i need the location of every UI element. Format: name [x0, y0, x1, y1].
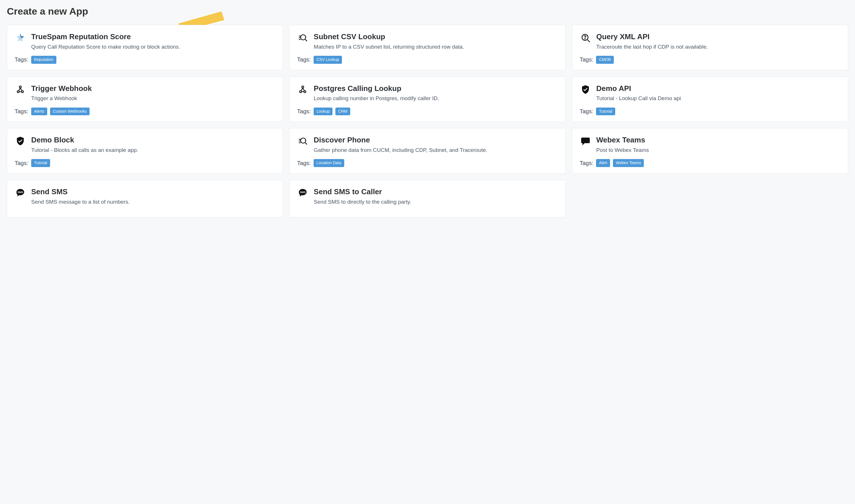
- tags-row: Tags: Tutorial: [15, 159, 275, 167]
- app-card-title: Query XML API: [596, 32, 840, 41]
- app-card-trigger-webhook[interactable]: Trigger Webhook Trigger a Webhook Tags: …: [7, 77, 283, 122]
- app-card-send-sms-caller[interactable]: SMS Send SMS to Caller Send SMS to direc…: [289, 180, 566, 217]
- tags-row: Tags: Alerts Custom Webhooks: [15, 108, 275, 115]
- svg-point-15: [302, 86, 304, 88]
- app-card-description: Lookup calling number in Postgres, modif…: [314, 95, 558, 103]
- tag-pill[interactable]: Alert: [596, 159, 610, 167]
- app-card-postgres-lookup[interactable]: Postgres Calling Lookup Lookup calling n…: [289, 77, 566, 122]
- tags-label: Tags:: [297, 56, 311, 63]
- app-card-truespam[interactable]: TrueSpam Reputation Score Query Call Rep…: [7, 25, 283, 70]
- svg-line-8: [587, 40, 590, 42]
- svg-text:SMS: SMS: [17, 191, 23, 194]
- app-card-title: Demo Block: [31, 135, 275, 145]
- app-card-title: Subnet CSV Lookup: [314, 32, 558, 41]
- search-list-icon: [297, 135, 308, 147]
- svg-line-3: [305, 39, 307, 41]
- tag-pill[interactable]: Lookup: [314, 108, 333, 115]
- tags-row: Tags: Location Data: [297, 159, 558, 167]
- svg-point-2: [301, 35, 306, 40]
- svg-point-9: [585, 39, 585, 39]
- sms-icon: SMS: [15, 187, 26, 199]
- tags-row: Tags: Tutorial: [580, 108, 840, 115]
- app-card-discover-phone[interactable]: Discover Phone Gather phone data from CU…: [289, 128, 566, 174]
- app-card-title: Trigger Webhook: [31, 84, 275, 93]
- tags-label: Tags:: [15, 108, 28, 115]
- app-card-query-xml[interactable]: Query XML API Traceroute the last hop if…: [572, 25, 848, 70]
- svg-point-12: [19, 86, 21, 88]
- svg-point-16: [301, 138, 306, 143]
- tag-pill[interactable]: Webex Teams: [613, 159, 644, 167]
- shield-check-icon: [15, 135, 26, 147]
- app-card-description: Tutorial - Lookup Call via Demo api: [596, 95, 840, 103]
- tag-pill[interactable]: CSV Lookup: [314, 56, 342, 64]
- app-card-description: Query Call Reputation Score to make rout…: [31, 43, 275, 51]
- app-card-webex-teams[interactable]: Webex Teams Post to Webex Teams Tags: Al…: [572, 128, 848, 174]
- app-card-grid: TrueSpam Reputation Score Query Call Rep…: [7, 25, 848, 217]
- app-card-title: Postgres Calling Lookup: [314, 84, 558, 93]
- tag-pill[interactable]: Tutorial: [596, 108, 615, 115]
- tags-row: Tags: CMDB: [580, 56, 840, 64]
- tag-pill[interactable]: Location Data: [314, 159, 344, 167]
- svg-line-17: [305, 143, 307, 144]
- webhook-icon: [297, 84, 308, 95]
- app-card-title: Demo API: [596, 84, 840, 93]
- webhook-icon: [15, 84, 26, 95]
- tags-label: Tags:: [580, 108, 593, 115]
- shield-check-icon: [580, 84, 591, 95]
- tag-pill[interactable]: Tutorial: [31, 159, 50, 167]
- tag-pill[interactable]: CRM: [335, 108, 350, 115]
- app-card-description: Traceroute the last hop if CDP is not av…: [596, 43, 840, 51]
- search-question-icon: [580, 32, 591, 43]
- app-card-demo-api[interactable]: Demo API Tutorial - Lookup Call via Demo…: [572, 77, 848, 122]
- app-card-description: Send SMS to directly to the calling part…: [314, 198, 558, 206]
- tags-label: Tags:: [297, 160, 311, 166]
- app-card-subnet-csv[interactable]: Subnet CSV Lookup Matches IP to a CSV su…: [289, 25, 566, 70]
- tags-row: Tags: Alert Webex Teams: [580, 159, 840, 167]
- tags-row: Tags: CSV Lookup: [297, 56, 558, 64]
- tags-label: Tags:: [580, 160, 593, 166]
- tag-pill[interactable]: CMDB: [596, 56, 613, 64]
- tags-label: Tags:: [15, 160, 28, 166]
- search-list-icon: [297, 32, 308, 43]
- svg-text:SMS: SMS: [300, 191, 306, 194]
- tags-row: Tags: Lookup CRM: [297, 108, 558, 115]
- app-card-title: TrueSpam Reputation Score: [31, 32, 275, 41]
- app-card-description: Tutorial - Blocks all calls as an exampl…: [31, 146, 275, 154]
- page-title: Create a new App: [7, 6, 848, 17]
- app-card-title: Discover Phone: [314, 135, 558, 145]
- app-card-title: Send SMS to Caller: [314, 187, 558, 197]
- tag-pill[interactable]: Custom Webhooks: [50, 108, 90, 115]
- star-icon: [15, 32, 26, 43]
- app-card-description: Trigger a Webhook: [31, 95, 275, 103]
- tags-label: Tags:: [15, 56, 28, 63]
- app-card-demo-block[interactable]: Demo Block Tutorial - Blocks all calls a…: [7, 128, 283, 174]
- sms-icon: SMS: [297, 187, 308, 199]
- app-card-send-sms[interactable]: SMS Send SMS Send SMS message to a list …: [7, 180, 283, 217]
- tags-label: Tags:: [580, 56, 593, 63]
- app-card-description: Post to Webex Teams: [596, 146, 840, 154]
- app-card-title: Webex Teams: [596, 135, 840, 145]
- app-card-description: Gather phone data from CUCM, including C…: [314, 146, 558, 154]
- tag-pill[interactable]: Reputation: [31, 56, 56, 64]
- app-card-description: Matches IP to a CSV subnet list, returni…: [314, 43, 558, 51]
- tags-label: Tags:: [297, 108, 311, 115]
- tags-row: Tags: Reputation: [15, 56, 275, 64]
- app-card-description: Send SMS message to a list of numbers.: [31, 198, 275, 206]
- app-card-title: Send SMS: [31, 187, 275, 197]
- tag-pill[interactable]: Alerts: [31, 108, 47, 115]
- chat-icon: [580, 135, 591, 147]
